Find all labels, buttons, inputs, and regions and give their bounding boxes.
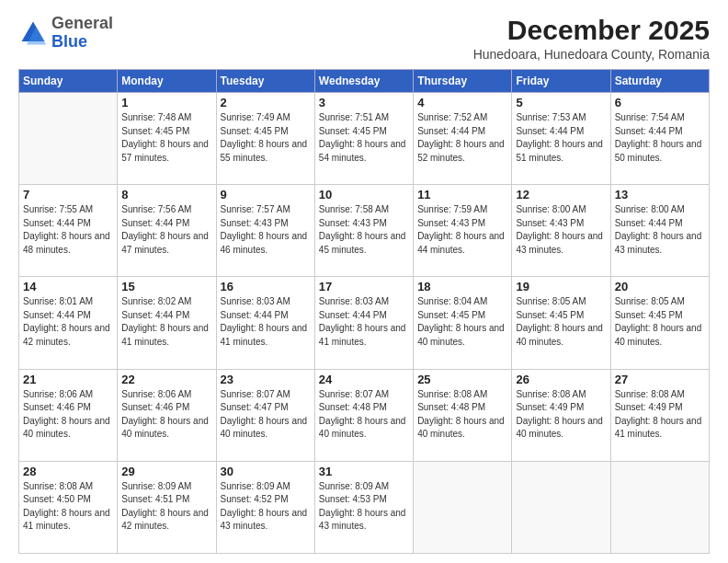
day-info: Sunrise: 8:07 AM Sunset: 4:47 PM Dayligh… <box>221 388 311 442</box>
calendar-cell: 21 Sunrise: 8:06 AM Sunset: 4:46 PM Dayl… <box>19 369 118 461</box>
day-info: Sunrise: 8:08 AM Sunset: 4:48 PM Dayligh… <box>417 388 507 442</box>
day-number: 3 <box>319 96 409 109</box>
calendar-cell: 27 Sunrise: 8:08 AM Sunset: 4:49 PM Dayl… <box>610 369 709 461</box>
col-tuesday: Tuesday <box>216 70 314 93</box>
calendar-cell: 9 Sunrise: 7:57 AM Sunset: 4:43 PM Dayli… <box>216 185 314 277</box>
calendar-cell: 30 Sunrise: 8:09 AM Sunset: 4:52 PM Dayl… <box>216 461 314 553</box>
day-number: 10 <box>319 188 409 201</box>
day-number: 19 <box>516 280 606 293</box>
calendar-week-1: 1 Sunrise: 7:48 AM Sunset: 4:45 PM Dayli… <box>19 93 710 185</box>
calendar-body: 1 Sunrise: 7:48 AM Sunset: 4:45 PM Dayli… <box>19 93 710 554</box>
day-info: Sunrise: 7:56 AM Sunset: 4:44 PM Dayligh… <box>121 203 211 257</box>
day-info: Sunrise: 8:03 AM Sunset: 4:44 PM Dayligh… <box>319 295 409 349</box>
day-info: Sunrise: 7:54 AM Sunset: 4:44 PM Dayligh… <box>615 111 705 165</box>
title-main: December 2025 <box>473 15 710 45</box>
day-info: Sunrise: 8:08 AM Sunset: 4:50 PM Dayligh… <box>23 480 113 534</box>
day-info: Sunrise: 7:59 AM Sunset: 4:43 PM Dayligh… <box>417 203 507 257</box>
day-number: 6 <box>615 96 705 109</box>
calendar-cell <box>512 461 610 553</box>
day-number: 22 <box>121 373 211 386</box>
calendar-cell: 8 Sunrise: 7:56 AM Sunset: 4:44 PM Dayli… <box>118 185 216 277</box>
day-number: 20 <box>615 280 705 293</box>
calendar-cell: 14 Sunrise: 8:01 AM Sunset: 4:44 PM Dayl… <box>19 277 118 369</box>
page: General Blue December 2025 Hunedoara, Hu… <box>0 0 728 563</box>
calendar-cell: 2 Sunrise: 7:49 AM Sunset: 4:45 PM Dayli… <box>216 93 314 185</box>
calendar-cell: 5 Sunrise: 7:53 AM Sunset: 4:44 PM Dayli… <box>512 93 610 185</box>
calendar-cell: 11 Sunrise: 7:59 AM Sunset: 4:43 PM Dayl… <box>414 185 512 277</box>
day-info: Sunrise: 8:06 AM Sunset: 4:46 PM Dayligh… <box>121 388 211 442</box>
calendar-cell: 4 Sunrise: 7:52 AM Sunset: 4:44 PM Dayli… <box>414 93 512 185</box>
calendar-week-2: 7 Sunrise: 7:55 AM Sunset: 4:44 PM Dayli… <box>19 185 710 277</box>
day-info: Sunrise: 7:48 AM Sunset: 4:45 PM Dayligh… <box>121 111 211 165</box>
day-info: Sunrise: 7:52 AM Sunset: 4:44 PM Dayligh… <box>417 111 507 165</box>
calendar-cell <box>19 93 118 185</box>
day-number: 15 <box>121 280 211 293</box>
calendar-cell <box>414 461 512 553</box>
logo: General Blue <box>18 15 113 52</box>
calendar-cell: 22 Sunrise: 8:06 AM Sunset: 4:46 PM Dayl… <box>118 369 216 461</box>
day-info: Sunrise: 8:00 AM Sunset: 4:43 PM Dayligh… <box>516 203 606 257</box>
calendar-cell: 18 Sunrise: 8:04 AM Sunset: 4:45 PM Dayl… <box>414 277 512 369</box>
calendar-cell: 31 Sunrise: 8:09 AM Sunset: 4:53 PM Dayl… <box>314 461 413 553</box>
title-sub: Hunedoara, Hunedoara County, Romania <box>473 47 710 62</box>
day-info: Sunrise: 7:49 AM Sunset: 4:45 PM Dayligh… <box>221 111 311 165</box>
calendar-cell <box>610 461 709 553</box>
day-number: 12 <box>516 188 606 201</box>
day-info: Sunrise: 7:53 AM Sunset: 4:44 PM Dayligh… <box>516 111 606 165</box>
day-info: Sunrise: 8:07 AM Sunset: 4:48 PM Dayligh… <box>319 388 409 442</box>
day-number: 18 <box>417 280 507 293</box>
calendar-cell: 23 Sunrise: 8:07 AM Sunset: 4:47 PM Dayl… <box>216 369 314 461</box>
day-number: 1 <box>121 96 211 109</box>
day-info: Sunrise: 7:57 AM Sunset: 4:43 PM Dayligh… <box>221 203 311 257</box>
calendar-table: Sunday Monday Tuesday Wednesday Thursday… <box>18 69 710 554</box>
day-info: Sunrise: 8:03 AM Sunset: 4:44 PM Dayligh… <box>221 295 311 349</box>
title-block: December 2025 Hunedoara, Hunedoara Count… <box>473 15 710 62</box>
day-info: Sunrise: 8:05 AM Sunset: 4:45 PM Dayligh… <box>516 295 606 349</box>
day-info: Sunrise: 8:08 AM Sunset: 4:49 PM Dayligh… <box>615 388 705 442</box>
col-sunday: Sunday <box>19 70 118 93</box>
calendar-cell: 25 Sunrise: 8:08 AM Sunset: 4:48 PM Dayl… <box>414 369 512 461</box>
calendar-week-4: 21 Sunrise: 8:06 AM Sunset: 4:46 PM Dayl… <box>19 369 710 461</box>
calendar-cell: 10 Sunrise: 7:58 AM Sunset: 4:43 PM Dayl… <box>314 185 413 277</box>
day-number: 29 <box>121 465 211 478</box>
calendar-cell: 16 Sunrise: 8:03 AM Sunset: 4:44 PM Dayl… <box>216 277 314 369</box>
calendar-cell: 26 Sunrise: 8:08 AM Sunset: 4:49 PM Dayl… <box>512 369 610 461</box>
calendar-header-row: Sunday Monday Tuesday Wednesday Thursday… <box>19 70 710 93</box>
day-number: 2 <box>221 96 311 109</box>
day-info: Sunrise: 8:04 AM Sunset: 4:45 PM Dayligh… <box>417 295 507 349</box>
day-number: 28 <box>23 465 113 478</box>
day-number: 16 <box>221 280 311 293</box>
calendar-cell: 17 Sunrise: 8:03 AM Sunset: 4:44 PM Dayl… <box>314 277 413 369</box>
day-number: 9 <box>221 188 311 201</box>
day-info: Sunrise: 8:08 AM Sunset: 4:49 PM Dayligh… <box>516 388 606 442</box>
day-number: 7 <box>23 188 113 201</box>
day-number: 31 <box>319 465 409 478</box>
calendar-cell: 6 Sunrise: 7:54 AM Sunset: 4:44 PM Dayli… <box>610 93 709 185</box>
day-number: 5 <box>516 96 606 109</box>
day-number: 4 <box>417 96 507 109</box>
calendar-cell: 12 Sunrise: 8:00 AM Sunset: 4:43 PM Dayl… <box>512 185 610 277</box>
day-info: Sunrise: 7:51 AM Sunset: 4:45 PM Dayligh… <box>319 111 409 165</box>
day-number: 30 <box>221 465 311 478</box>
day-number: 8 <box>121 188 211 201</box>
header-row: General Blue December 2025 Hunedoara, Hu… <box>18 15 710 62</box>
day-info: Sunrise: 7:58 AM Sunset: 4:43 PM Dayligh… <box>319 203 409 257</box>
day-number: 26 <box>516 373 606 386</box>
day-info: Sunrise: 8:09 AM Sunset: 4:51 PM Dayligh… <box>121 480 211 534</box>
col-thursday: Thursday <box>414 70 512 93</box>
logo-icon <box>18 18 48 48</box>
day-info: Sunrise: 7:55 AM Sunset: 4:44 PM Dayligh… <box>23 203 113 257</box>
day-number: 17 <box>319 280 409 293</box>
col-wednesday: Wednesday <box>314 70 413 93</box>
calendar-week-5: 28 Sunrise: 8:08 AM Sunset: 4:50 PM Dayl… <box>19 461 710 553</box>
calendar-week-3: 14 Sunrise: 8:01 AM Sunset: 4:44 PM Dayl… <box>19 277 710 369</box>
logo-general: General <box>51 14 113 32</box>
day-info: Sunrise: 8:09 AM Sunset: 4:53 PM Dayligh… <box>319 480 409 534</box>
calendar-cell: 13 Sunrise: 8:00 AM Sunset: 4:44 PM Dayl… <box>610 185 709 277</box>
calendar-cell: 19 Sunrise: 8:05 AM Sunset: 4:45 PM Dayl… <box>512 277 610 369</box>
col-saturday: Saturday <box>610 70 709 93</box>
day-number: 14 <box>23 280 113 293</box>
day-info: Sunrise: 8:09 AM Sunset: 4:52 PM Dayligh… <box>221 480 311 534</box>
day-number: 27 <box>615 373 705 386</box>
calendar-cell: 7 Sunrise: 7:55 AM Sunset: 4:44 PM Dayli… <box>19 185 118 277</box>
